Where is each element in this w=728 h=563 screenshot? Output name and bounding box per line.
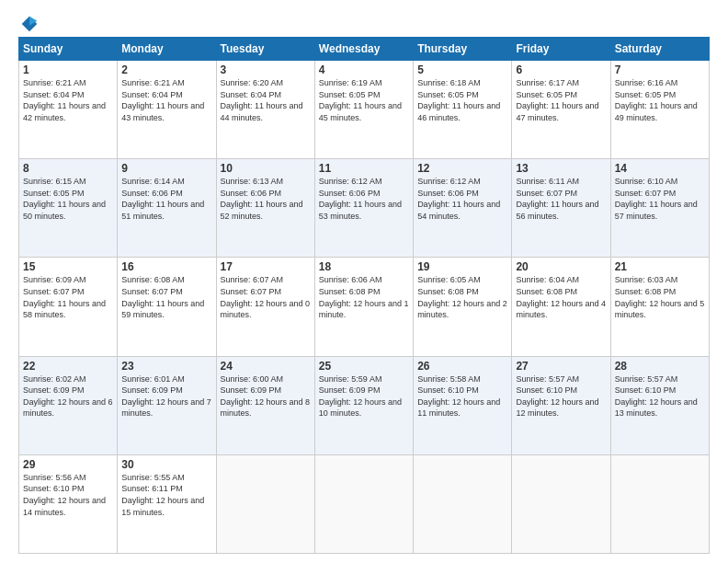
day-number: 12 bbox=[417, 162, 507, 175]
day-info: Sunrise: 6:04 AMSunset: 6:08 PMDaylight:… bbox=[516, 275, 606, 319]
day-number: 10 bbox=[221, 162, 311, 175]
day-info: Sunrise: 6:13 AMSunset: 6:06 PMDaylight:… bbox=[221, 177, 303, 221]
day-number: 6 bbox=[516, 63, 606, 76]
calendar-cell: 8 Sunrise: 6:15 AMSunset: 6:05 PMDayligh… bbox=[19, 159, 118, 258]
calendar-cell: 29 Sunrise: 5:56 AMSunset: 6:10 PMDaylig… bbox=[19, 454, 118, 553]
day-info: Sunrise: 6:16 AMSunset: 6:05 PMDaylight:… bbox=[615, 78, 698, 122]
calendar-cell: 15 Sunrise: 6:09 AMSunset: 6:07 PMDaylig… bbox=[19, 258, 118, 356]
day-info: Sunrise: 6:10 AMSunset: 6:07 PMDaylight:… bbox=[615, 177, 698, 221]
calendar-cell bbox=[512, 454, 610, 553]
day-number: 29 bbox=[23, 458, 113, 471]
calendar-cell bbox=[216, 454, 314, 553]
day-info: Sunrise: 6:12 AMSunset: 6:06 PMDaylight:… bbox=[417, 177, 500, 221]
calendar-cell: 25 Sunrise: 5:59 AMSunset: 6:09 PMDaylig… bbox=[314, 356, 413, 454]
day-info: Sunrise: 6:17 AMSunset: 6:05 PMDaylight:… bbox=[516, 78, 598, 122]
calendar-week-3: 22 Sunrise: 6:02 AMSunset: 6:09 PMDaylig… bbox=[19, 356, 710, 454]
calendar-cell: 17 Sunrise: 6:07 AMSunset: 6:07 PMDaylig… bbox=[216, 258, 314, 356]
calendar-cell: 5 Sunrise: 6:18 AMSunset: 6:05 PMDayligh… bbox=[414, 61, 512, 159]
day-number: 26 bbox=[417, 360, 507, 373]
day-info: Sunrise: 6:07 AMSunset: 6:07 PMDaylight:… bbox=[221, 275, 311, 319]
day-number: 15 bbox=[23, 260, 113, 273]
calendar-week-0: 1 Sunrise: 6:21 AMSunset: 6:04 PMDayligh… bbox=[19, 61, 710, 159]
calendar-cell: 3 Sunrise: 6:20 AMSunset: 6:04 PMDayligh… bbox=[216, 61, 314, 159]
day-number: 8 bbox=[23, 162, 113, 175]
day-number: 24 bbox=[221, 360, 311, 373]
day-info: Sunrise: 6:21 AMSunset: 6:04 PMDaylight:… bbox=[23, 78, 106, 122]
calendar-cell bbox=[314, 454, 413, 553]
day-number: 20 bbox=[516, 260, 606, 273]
day-number: 27 bbox=[516, 360, 606, 373]
day-header-sunday: Sunday bbox=[19, 38, 118, 61]
day-info: Sunrise: 5:56 AMSunset: 6:10 PMDaylight:… bbox=[23, 473, 106, 517]
day-info: Sunrise: 6:18 AMSunset: 6:05 PMDaylight:… bbox=[417, 78, 500, 122]
calendar-header-row: SundayMondayTuesdayWednesdayThursdayFrid… bbox=[19, 38, 710, 61]
calendar-cell: 18 Sunrise: 6:06 AMSunset: 6:08 PMDaylig… bbox=[314, 258, 413, 356]
day-number: 13 bbox=[516, 162, 606, 175]
day-info: Sunrise: 6:08 AMSunset: 6:07 PMDaylight:… bbox=[121, 275, 204, 319]
day-info: Sunrise: 6:01 AMSunset: 6:09 PMDaylight:… bbox=[121, 374, 211, 419]
day-info: Sunrise: 5:58 AMSunset: 6:10 PMDaylight:… bbox=[417, 374, 500, 419]
day-header-friday: Friday bbox=[512, 38, 610, 61]
calendar-cell: 28 Sunrise: 5:57 AMSunset: 6:10 PMDaylig… bbox=[610, 356, 709, 454]
day-header-saturday: Saturday bbox=[610, 38, 709, 61]
day-number: 7 bbox=[615, 63, 705, 76]
day-info: Sunrise: 6:02 AMSunset: 6:09 PMDaylight:… bbox=[23, 374, 113, 419]
day-number: 2 bbox=[121, 63, 211, 76]
calendar-cell: 1 Sunrise: 6:21 AMSunset: 6:04 PMDayligh… bbox=[19, 61, 118, 159]
day-number: 28 bbox=[615, 360, 705, 373]
day-info: Sunrise: 6:00 AMSunset: 6:09 PMDaylight:… bbox=[221, 374, 311, 419]
day-header-thursday: Thursday bbox=[414, 38, 512, 61]
day-info: Sunrise: 6:11 AMSunset: 6:07 PMDaylight:… bbox=[516, 177, 598, 221]
calendar-cell: 12 Sunrise: 6:12 AMSunset: 6:06 PMDaylig… bbox=[414, 159, 512, 258]
day-info: Sunrise: 5:57 AMSunset: 6:10 PMDaylight:… bbox=[615, 374, 698, 419]
day-info: Sunrise: 6:09 AMSunset: 6:07 PMDaylight:… bbox=[23, 275, 106, 319]
calendar-cell: 16 Sunrise: 6:08 AMSunset: 6:07 PMDaylig… bbox=[118, 258, 216, 356]
calendar-cell: 10 Sunrise: 6:13 AMSunset: 6:06 PMDaylig… bbox=[216, 159, 314, 258]
day-number: 23 bbox=[121, 360, 211, 373]
day-info: Sunrise: 6:20 AMSunset: 6:04 PMDaylight:… bbox=[221, 78, 303, 122]
day-number: 14 bbox=[615, 162, 705, 175]
day-number: 3 bbox=[221, 63, 311, 76]
day-info: Sunrise: 5:55 AMSunset: 6:11 PMDaylight:… bbox=[121, 473, 204, 517]
day-number: 4 bbox=[319, 63, 409, 76]
calendar-cell: 11 Sunrise: 6:12 AMSunset: 6:06 PMDaylig… bbox=[314, 159, 413, 258]
calendar-week-2: 15 Sunrise: 6:09 AMSunset: 6:07 PMDaylig… bbox=[19, 258, 710, 356]
day-info: Sunrise: 5:59 AMSunset: 6:09 PMDaylight:… bbox=[319, 374, 402, 419]
day-number: 19 bbox=[417, 260, 507, 273]
page: SundayMondayTuesdayWednesdayThursdayFrid… bbox=[0, 0, 728, 563]
day-header-tuesday: Tuesday bbox=[216, 38, 314, 61]
day-info: Sunrise: 6:06 AMSunset: 6:08 PMDaylight:… bbox=[319, 275, 409, 319]
day-number: 1 bbox=[23, 63, 113, 76]
header bbox=[18, 15, 710, 29]
day-info: Sunrise: 6:14 AMSunset: 6:06 PMDaylight:… bbox=[121, 177, 204, 221]
calendar-cell: 14 Sunrise: 6:10 AMSunset: 6:07 PMDaylig… bbox=[610, 159, 709, 258]
day-header-monday: Monday bbox=[118, 38, 216, 61]
day-number: 17 bbox=[221, 260, 311, 273]
day-number: 21 bbox=[615, 260, 705, 273]
calendar-cell: 19 Sunrise: 6:05 AMSunset: 6:08 PMDaylig… bbox=[414, 258, 512, 356]
calendar-week-1: 8 Sunrise: 6:15 AMSunset: 6:05 PMDayligh… bbox=[19, 159, 710, 258]
calendar-cell: 20 Sunrise: 6:04 AMSunset: 6:08 PMDaylig… bbox=[512, 258, 610, 356]
day-info: Sunrise: 6:15 AMSunset: 6:05 PMDaylight:… bbox=[23, 177, 106, 221]
calendar-cell: 22 Sunrise: 6:02 AMSunset: 6:09 PMDaylig… bbox=[19, 356, 118, 454]
calendar-week-4: 29 Sunrise: 5:56 AMSunset: 6:10 PMDaylig… bbox=[19, 454, 710, 553]
day-number: 18 bbox=[319, 260, 409, 273]
day-number: 5 bbox=[417, 63, 507, 76]
day-number: 25 bbox=[319, 360, 409, 373]
day-number: 9 bbox=[121, 162, 211, 175]
logo bbox=[18, 15, 39, 29]
calendar-cell: 13 Sunrise: 6:11 AMSunset: 6:07 PMDaylig… bbox=[512, 159, 610, 258]
day-number: 16 bbox=[121, 260, 211, 273]
calendar-cell: 26 Sunrise: 5:58 AMSunset: 6:10 PMDaylig… bbox=[414, 356, 512, 454]
day-header-wednesday: Wednesday bbox=[314, 38, 413, 61]
calendar-cell: 9 Sunrise: 6:14 AMSunset: 6:06 PMDayligh… bbox=[118, 159, 216, 258]
day-number: 11 bbox=[319, 162, 409, 175]
calendar-cell bbox=[414, 454, 512, 553]
calendar-cell: 30 Sunrise: 5:55 AMSunset: 6:11 PMDaylig… bbox=[118, 454, 216, 553]
calendar-cell bbox=[610, 454, 709, 553]
day-info: Sunrise: 6:03 AMSunset: 6:08 PMDaylight:… bbox=[615, 275, 705, 319]
day-info: Sunrise: 6:19 AMSunset: 6:05 PMDaylight:… bbox=[319, 78, 402, 122]
day-number: 30 bbox=[121, 458, 211, 471]
calendar-cell: 7 Sunrise: 6:16 AMSunset: 6:05 PMDayligh… bbox=[610, 61, 709, 159]
day-info: Sunrise: 6:05 AMSunset: 6:08 PMDaylight:… bbox=[417, 275, 507, 319]
